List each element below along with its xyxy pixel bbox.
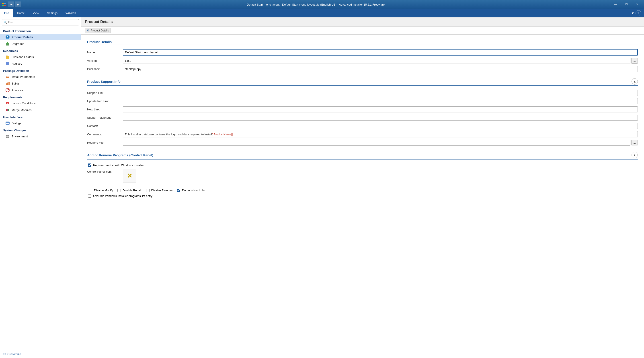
support-collapse-btn[interactable]: ▲	[632, 78, 638, 85]
search-box: 🔍	[2, 19, 79, 26]
sidebar-label-upgrades: Upgrades	[12, 42, 24, 46]
dialogs-icon	[5, 121, 10, 125]
section-header-arp: Add or Remove Programs (Control Panel) ▲	[87, 152, 638, 159]
registry-icon	[5, 61, 10, 66]
sidebar-label-install-params: Install Parameters	[12, 75, 35, 79]
input-support-tel[interactable]	[123, 115, 638, 121]
sidebar-item-upgrades[interactable]: Upgrades	[0, 40, 81, 47]
svg-rect-12	[6, 56, 8, 57]
svg-rect-1	[4, 3, 6, 4]
menu-item-file[interactable]: File	[0, 9, 13, 18]
sidebar-item-registry[interactable]: Registry	[0, 60, 81, 67]
input-wrap-contact	[123, 123, 638, 129]
sidebar-label-merge-modules: Merge Modules	[12, 108, 32, 112]
input-comments[interactable]: This installer database contains the log…	[123, 131, 638, 137]
form-row-name: Name:	[87, 49, 638, 56]
menu-dropdown: ▾ ?	[632, 10, 644, 16]
label-help-link: Help Link:	[87, 108, 123, 111]
sidebar-item-product-details[interactable]: Product Details	[0, 34, 81, 40]
menu-item-wizards[interactable]: Wizards	[62, 9, 80, 18]
product-details-section: Product Details Name: Version: ...	[87, 40, 638, 72]
content-scroll[interactable]: Product Details Name: Version: ...	[81, 35, 644, 358]
register-windows-installer-checkbox[interactable]	[88, 164, 91, 167]
disable-remove-label: Disable Remove	[151, 189, 172, 192]
files-icon	[5, 55, 10, 59]
svg-rect-21	[8, 82, 10, 85]
svg-rect-0	[2, 3, 4, 4]
section-title-resources: Resources	[0, 47, 81, 54]
override-programs-list-label: Override Windows Installer programs list…	[93, 194, 152, 198]
sidebar-label-product-details: Product Details	[12, 36, 33, 39]
search-input[interactable]	[2, 19, 79, 26]
sidebar-item-environment[interactable]: Environment	[0, 133, 81, 140]
comments-text: This installer database contains the log…	[125, 133, 212, 136]
input-publisher[interactable]	[123, 66, 638, 72]
sidebar-item-dialogs[interactable]: Dialogs	[0, 120, 81, 127]
section-header-support: Product Support Info ▲	[87, 78, 638, 86]
breadcrumb-tab[interactable]: ⚙ Product Details	[85, 28, 111, 33]
menu-bar: File Home View Settings Wizards ▾ ?	[0, 9, 644, 18]
sidebar-item-builds[interactable]: Builds	[0, 80, 81, 87]
disable-repair-checkbox[interactable]	[118, 189, 121, 192]
do-not-show-label: Do not show in list	[182, 189, 206, 192]
svg-rect-13	[6, 62, 9, 65]
control-panel-icon[interactable]: ✕	[123, 169, 136, 182]
form-row-support-tel: Support Telephone:	[87, 115, 638, 121]
input-contact[interactable]	[123, 123, 638, 129]
input-help-link[interactable]	[123, 106, 638, 112]
sidebar-item-launch-conditions[interactable]: Launch Conditions	[0, 100, 81, 107]
page-title: Product Details	[85, 20, 113, 24]
label-contact: Contact:	[87, 124, 123, 128]
input-wrap-version: ...	[123, 58, 638, 64]
label-publisher: Publisher:	[87, 67, 123, 71]
checkboxes-row-1: Disable Modify Disable Repair Disable Re…	[88, 189, 638, 192]
help-btn[interactable]: ?	[636, 10, 641, 16]
menu-item-view[interactable]: View	[29, 9, 43, 18]
nav-back-btn[interactable]: ◀	[8, 2, 14, 7]
sidebar: 🔍 Product Information Product Details	[0, 18, 81, 358]
input-wrap-update-info	[123, 98, 638, 104]
override-programs-list-row: Override Windows Installer programs list…	[88, 194, 638, 198]
sidebar-label-builds: Builds	[12, 82, 20, 85]
input-readme[interactable]	[123, 140, 630, 146]
content-header: Product Details	[81, 18, 644, 27]
svg-rect-3	[4, 5, 6, 6]
menu-dropdown-btn[interactable]: ▾	[632, 11, 634, 16]
minimize-btn[interactable]: —	[610, 1, 621, 8]
nav-forward-btn[interactable]: ▶	[15, 2, 21, 7]
sidebar-item-install-params[interactable]: Install Parameters	[0, 73, 81, 80]
disable-remove-checkbox[interactable]	[146, 189, 150, 192]
override-programs-list-checkbox[interactable]	[88, 194, 91, 198]
menu-item-settings[interactable]: Settings	[43, 9, 62, 18]
sidebar-item-files-folders[interactable]: Files and Folders	[0, 54, 81, 60]
main-layout: 🔍 Product Information Product Details	[0, 18, 644, 358]
window-controls: — ☐ ✕	[610, 1, 642, 8]
sidebar-item-merge-modules[interactable]: Merge Modules	[0, 107, 81, 113]
svg-rect-6	[7, 36, 8, 37]
customize-label: Customize	[7, 352, 21, 356]
version-ellipsis-btn[interactable]: ...	[631, 58, 638, 64]
disable-repair-label: Disable Repair	[122, 189, 142, 192]
input-version[interactable]	[123, 58, 630, 64]
disable-modify-checkbox[interactable]	[89, 189, 92, 192]
input-wrap-publisher	[123, 66, 638, 72]
arp-collapse-btn[interactable]: ▲	[632, 152, 638, 158]
menu-item-home[interactable]: Home	[13, 9, 29, 18]
input-update-info[interactable]	[123, 98, 638, 104]
disable-remove-row: Disable Remove	[146, 189, 172, 192]
form-row-version: Version: ...	[87, 58, 638, 64]
breadcrumb-bar: ⚙ Product Details	[81, 27, 644, 35]
readme-ellipsis-btn[interactable]: ...	[631, 140, 638, 145]
input-support-link[interactable]	[123, 90, 638, 96]
do-not-show-checkbox[interactable]	[177, 189, 180, 192]
customize-btn[interactable]: ⚙ Customize	[0, 350, 81, 358]
x-icon: ✕	[127, 172, 132, 180]
arp-section: Add or Remove Programs (Control Panel) ▲…	[87, 152, 638, 198]
maximize-btn[interactable]: ☐	[621, 1, 632, 8]
svg-rect-16	[6, 76, 9, 78]
input-name[interactable]	[123, 49, 638, 56]
content-area: Product Details ⚙ Product Details Produc…	[81, 18, 644, 358]
form-row-publisher: Publisher:	[87, 66, 638, 72]
sidebar-item-analytics[interactable]: Analytics	[0, 87, 81, 94]
close-btn[interactable]: ✕	[632, 1, 642, 8]
